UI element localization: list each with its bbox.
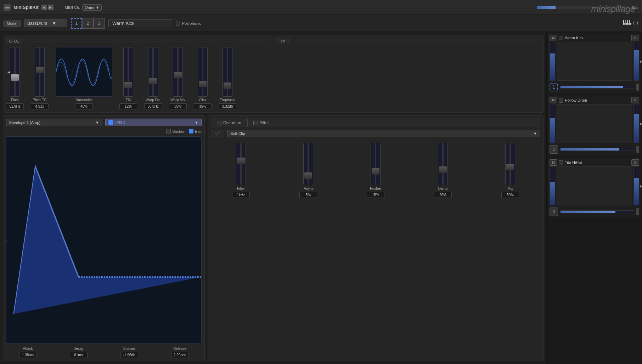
piano-icon-area[interactable]: C:1 — [623, 20, 638, 27]
filter-tab[interactable]: Filter — [247, 119, 540, 127]
channel-2-block: M Hollow Drum S ▶ — [548, 96, 641, 155]
slot-2-button[interactable]: 2 — [82, 18, 94, 29]
harmonics-display[interactable] — [56, 47, 112, 97]
dist-type-row: off Soft Clip ▼ — [211, 130, 540, 137]
nav-prev-button[interactable]: ◀ — [41, 5, 47, 10]
warp-frq-fader[interactable] — [148, 47, 158, 97]
pitch-eg-label: Pitch EG — [33, 98, 46, 102]
pitch-eg-value[interactable]: 4.91x — [31, 103, 49, 109]
harmonics-group: Harmonics 46% — [56, 47, 112, 109]
ch2-volume-fader[interactable] — [550, 104, 555, 143]
emphasis-fader[interactable] — [223, 47, 232, 97]
fm-fader[interactable] — [123, 47, 133, 97]
fx-section: Distortion Filter off Soft Clip ▼ — [208, 115, 544, 361]
pusher-fader[interactable] — [371, 143, 381, 185]
ch2-slot-number[interactable]: 2 — [550, 145, 558, 154]
damp-fader[interactable] — [438, 143, 448, 185]
env-right-arrow: ◀ — [201, 238, 202, 243]
ch2-check[interactable] — [559, 98, 563, 103]
ch2-mute-button[interactable]: M — [550, 97, 557, 103]
dist-off-button[interactable]: off — [211, 130, 224, 137]
ch1-check[interactable] — [559, 36, 563, 40]
pitch-group: ◀ Pitch 51.9Hz — [6, 47, 24, 109]
polyphonic-option[interactable]: Polyphonic — [176, 21, 201, 25]
slot-3-button[interactable]: 3 — [94, 18, 105, 29]
nav-next-button[interactable]: ▶ — [48, 5, 54, 10]
fx-header: Distortion Filter — [211, 119, 540, 127]
ch1-slot-indicator[interactable]: 1 — [550, 83, 558, 91]
pitch-value[interactable]: 51.9Hz — [6, 103, 24, 109]
distortion-checkbox[interactable] — [217, 121, 221, 125]
ch1-volume-fader[interactable] — [550, 42, 555, 81]
lfo-status[interactable]: off — [276, 38, 289, 44]
ch3-waveform — [557, 166, 632, 205]
ch1-fader-handle[interactable] — [636, 84, 639, 91]
dist-type-dropdown[interactable]: Soft Clip ▼ — [227, 130, 540, 137]
filter-checkbox[interactable] — [253, 121, 258, 125]
exp-checkbox[interactable] — [189, 129, 193, 133]
slot-1-button[interactable]: 1 — [71, 18, 82, 29]
ch1-mute-button[interactable]: M — [550, 35, 557, 41]
click-fader[interactable] — [198, 47, 208, 97]
warp-mix-value[interactable]: 35% — [169, 103, 187, 109]
sustain-param-label: Sustain — [123, 347, 135, 351]
ch1-progress-bar[interactable] — [560, 86, 634, 89]
dist-filter-group: Filter 1kHz — [232, 143, 250, 198]
ch3-solo-button[interactable]: S — [631, 159, 639, 166]
sustain-option[interactable]: Sustain — [166, 129, 185, 133]
dist-filter-value[interactable]: 1kHz — [232, 192, 250, 198]
polyphonic-checkbox[interactable] — [176, 21, 180, 25]
asym-value[interactable]: 5% — [299, 192, 317, 198]
ch2-solo-button[interactable]: S — [631, 97, 639, 103]
ch2-pan-fader[interactable] — [633, 104, 639, 143]
model-dropdown[interactable]: BassDrum ▼ — [24, 19, 67, 27]
ch3-volume-fader[interactable] — [550, 166, 555, 205]
svg-rect-9 — [624, 20, 625, 23]
release-value[interactable]: 2.99sec — [171, 352, 189, 358]
ch1-arrow: ▶ — [640, 59, 642, 63]
attack-value[interactable]: 1.38ms — [19, 352, 37, 358]
emphasis-value[interactable]: 3.32db — [219, 103, 236, 109]
warp-mix-fader[interactable] — [173, 47, 183, 97]
midi-channel-dropdown[interactable]: Omni ▼ — [82, 4, 102, 11]
right-panel: M Warm Kick S ▶ — [546, 32, 642, 364]
damp-group: Damp 20% — [434, 143, 452, 198]
ch2-progress-bar[interactable] — [560, 148, 634, 151]
sustain-param-value[interactable]: -1.96db — [120, 352, 138, 358]
warp-frq-value[interactable]: 56.8Hz — [144, 103, 162, 109]
sustain-checkbox[interactable] — [166, 129, 171, 133]
mix-value[interactable]: 50% — [501, 192, 519, 198]
decay-value[interactable]: 61ms — [70, 352, 88, 358]
fm-value[interactable]: 12% — [119, 103, 137, 109]
pitch-eg-fader[interactable] — [35, 47, 45, 97]
ch3-pan-fader[interactable] — [633, 166, 639, 205]
distortion-tab[interactable]: Distortion — [211, 119, 247, 127]
dist-filter-fader[interactable] — [236, 143, 246, 185]
damp-value[interactable]: 20% — [434, 192, 452, 198]
channel-3-block: M Tite HiHat S ▶ — [548, 158, 641, 217]
asym-group: Asym 5% — [299, 143, 317, 198]
svg-rect-1 — [5, 7, 10, 8]
ch3-check[interactable] — [559, 160, 563, 165]
pitch-fader[interactable]: ◀ — [10, 47, 20, 97]
exp-option[interactable]: Exp — [189, 129, 202, 133]
envelope-type-dropdown[interactable]: Envelope 1 (Amp) ▼ — [6, 119, 102, 126]
dist-filter-label: Filter — [237, 187, 245, 190]
ch2-fader-handle[interactable] — [636, 146, 639, 153]
preset-name[interactable]: Warm Kick — [108, 19, 172, 27]
ch3-slot-number[interactable]: 3 — [550, 207, 558, 216]
ch3-progress-bar[interactable] — [560, 210, 634, 213]
harmonics-value[interactable]: 46% — [75, 103, 93, 109]
waveform-svg — [56, 47, 112, 97]
ch1-solo-button[interactable]: S — [631, 35, 639, 41]
click-value[interactable]: 35% — [194, 103, 212, 109]
asym-fader[interactable] — [303, 143, 313, 185]
ch1-pan-fader[interactable] — [633, 42, 639, 81]
slot-buttons: 1 2 3 — [71, 18, 105, 29]
pusher-value[interactable]: 15% — [367, 192, 384, 198]
ch3-fader-handle[interactable] — [636, 208, 639, 215]
mix-fader[interactable] — [505, 143, 515, 185]
ch3-mute-button[interactable]: M — [550, 159, 557, 166]
envelope-lfo-dropdown[interactable]: LFO 1 ▼ — [105, 119, 202, 126]
envelope-svg — [6, 137, 201, 343]
